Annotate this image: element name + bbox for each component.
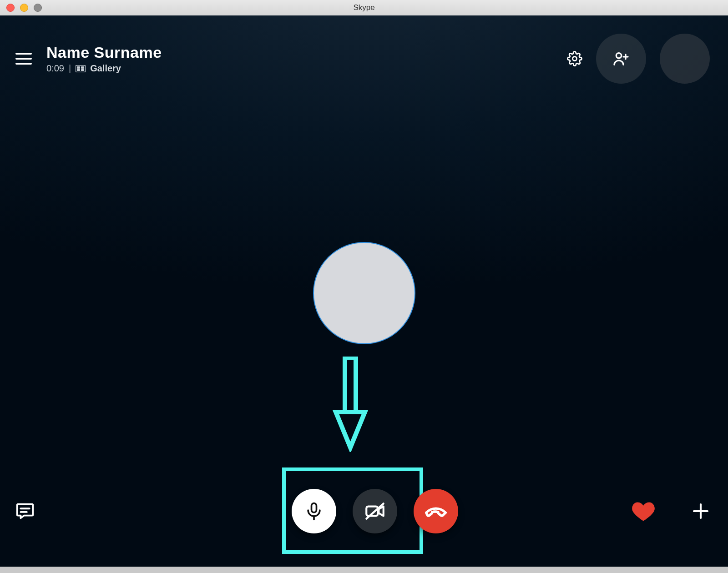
reaction-button[interactable] bbox=[632, 500, 655, 522]
svg-point-9 bbox=[616, 53, 621, 58]
window-titlebar: Skype bbox=[0, 0, 728, 16]
right-tools bbox=[632, 500, 710, 522]
menu-button[interactable] bbox=[14, 49, 34, 69]
contact-block: Name Surname 0:09 | Gallery bbox=[46, 44, 162, 74]
microphone-icon bbox=[304, 501, 324, 521]
svg-rect-12 bbox=[345, 357, 356, 412]
chat-icon bbox=[15, 501, 35, 522]
svg-point-8 bbox=[572, 56, 576, 60]
add-person-icon bbox=[612, 50, 630, 68]
menu-icon bbox=[15, 52, 32, 65]
svg-rect-6 bbox=[77, 69, 80, 71]
heart-icon bbox=[632, 500, 655, 522]
gear-icon bbox=[567, 51, 582, 66]
camera-toggle-button[interactable] bbox=[353, 489, 397, 533]
participant-avatar bbox=[313, 242, 415, 344]
separator: | bbox=[69, 63, 71, 74]
contact-name: Name Surname bbox=[46, 44, 162, 61]
self-avatar-placeholder[interactable] bbox=[660, 34, 710, 84]
chat-button[interactable] bbox=[15, 501, 35, 522]
left-tools bbox=[15, 501, 35, 522]
settings-button[interactable] bbox=[567, 51, 582, 66]
view-mode-label[interactable]: Gallery bbox=[90, 63, 121, 74]
center-tools bbox=[292, 489, 458, 533]
window-title: Skype bbox=[0, 3, 728, 12]
svg-rect-16 bbox=[312, 503, 317, 513]
end-call-button[interactable] bbox=[414, 489, 458, 533]
skype-call-window: Name Surname 0:09 | Gallery bbox=[0, 15, 728, 567]
svg-rect-7 bbox=[81, 69, 84, 71]
add-participant-button[interactable] bbox=[596, 34, 646, 84]
call-controls-bar bbox=[0, 486, 728, 536]
header-actions bbox=[567, 34, 710, 84]
more-button[interactable] bbox=[692, 502, 710, 520]
call-info-row: 0:09 | Gallery bbox=[46, 63, 162, 74]
gallery-icon bbox=[76, 65, 86, 72]
hang-up-icon bbox=[424, 499, 448, 523]
camera-off-icon bbox=[364, 500, 386, 523]
call-header: Name Surname 0:09 | Gallery bbox=[0, 34, 728, 84]
microphone-toggle-button[interactable] bbox=[292, 489, 336, 533]
svg-rect-4 bbox=[77, 66, 80, 69]
annotation-arrow-icon bbox=[332, 357, 369, 452]
call-duration: 0:09 bbox=[46, 63, 64, 74]
plus-icon bbox=[692, 502, 710, 520]
svg-rect-3 bbox=[76, 65, 86, 72]
svg-marker-13 bbox=[336, 412, 365, 447]
svg-rect-5 bbox=[81, 66, 84, 69]
